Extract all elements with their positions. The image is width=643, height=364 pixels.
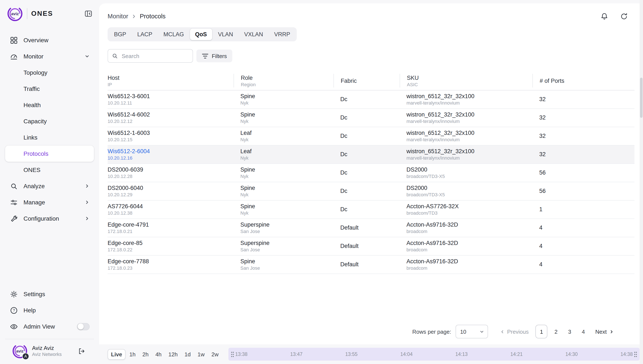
sku: Accton-AS7726-32X (406, 203, 532, 210)
sku: wistron_6512_32r_32x100 (406, 130, 532, 136)
sidebar-item-configuration[interactable]: Configuration (5, 210, 94, 226)
timeline-end-handle[interactable] (633, 351, 637, 358)
table-row-selected[interactable]: Wis6512-2-600410.20.12.16 LeafNyk Dc wis… (108, 146, 634, 164)
sidebar-item-links[interactable]: Links (5, 129, 94, 146)
sku-cell: Accton-As9716-32Dbroadcom (400, 240, 532, 252)
table-row[interactable]: Wis6512-1-600310.20.12.15 LeafNyk Dc wis… (108, 127, 634, 146)
range-button-4h[interactable]: 4h (152, 349, 165, 360)
region: Nyk (240, 156, 333, 161)
host-ip: 10.20.12.15 (108, 137, 234, 142)
next-page-button[interactable]: Next (595, 328, 614, 335)
tab-bgp[interactable]: BGP (109, 28, 131, 40)
logout-button[interactable] (76, 346, 87, 356)
table-row[interactable]: Edge-core-7788172.18.0.23 SpineSan Jose … (108, 256, 634, 274)
tab-vlan[interactable]: VLAN (213, 28, 238, 40)
sidebar-item-manage[interactable]: Manage (5, 194, 94, 210)
sidebar-item-analyze[interactable]: Analyze (5, 178, 94, 194)
search-input[interactable] (121, 52, 189, 60)
page-button-2[interactable]: 2 (551, 325, 561, 338)
tab-qos[interactable]: QoS (190, 28, 212, 40)
fabric: Dc (340, 206, 400, 213)
table-row[interactable]: DS2000-603910.20.12.28 SpineNyk Dc DS200… (108, 164, 634, 182)
sidebar-header: aviz ONES (0, 0, 99, 26)
timeline-start-handle[interactable] (231, 351, 235, 358)
sidebar-item-settings[interactable]: Settings (5, 286, 94, 302)
tab-mclag[interactable]: MCLAG (158, 28, 189, 40)
notifications-button[interactable] (599, 12, 609, 21)
table-header: Host IP Role Region Fabric SKU ASIC (108, 74, 634, 90)
collapse-sidebar-icon (85, 10, 92, 18)
fabric-cell: Dc (333, 206, 400, 213)
fabric-cell: Dc (333, 151, 400, 158)
page-button-1[interactable]: 1 (536, 325, 547, 338)
sidebar-item-capacity[interactable]: Capacity (5, 113, 94, 129)
tab-vrrp[interactable]: VRRP (269, 28, 295, 40)
sidebar-item-health[interactable]: Health (5, 97, 94, 113)
range-button-1w[interactable]: 1w (195, 349, 208, 360)
host-cell: Edge-core-7788172.18.0.23 (108, 258, 234, 271)
fabric: Dc (340, 96, 400, 103)
range-button-2h[interactable]: 2h (139, 349, 152, 360)
app-window: aviz ONES (0, 0, 643, 364)
scrollbar-thumb[interactable] (640, 78, 642, 118)
sidebar-item-ones[interactable]: ONES (5, 162, 94, 178)
drag-grip-icon (231, 351, 235, 358)
sidebar-item-topology[interactable]: Topology (5, 64, 94, 81)
previous-page-button[interactable]: Previous (500, 328, 528, 335)
sidebar-item-protocols[interactable]: Protocols (5, 146, 94, 162)
sidebar-item-overview[interactable]: Overview (5, 32, 94, 48)
scrollbar[interactable] (639, 0, 643, 364)
sidebar-item-label: Monitor (24, 53, 43, 60)
host-name-link[interactable]: Wis6512-2-6004 (108, 148, 234, 155)
pagination: Rows per page: 10 Previous 1 2 3 (108, 320, 634, 344)
range-button-2w[interactable]: 2w (208, 349, 221, 360)
sidebar-item-label: Overview (24, 37, 49, 44)
table-toolbar: Filters (108, 49, 634, 63)
table-row[interactable]: Edge-core-4791172.18.0.21 SuperspineSan … (108, 219, 634, 237)
refresh-icon (620, 12, 628, 20)
admin-view-toggle[interactable] (77, 323, 90, 330)
sidebar-item-monitor[interactable]: Monitor (5, 48, 94, 64)
timeline-slider[interactable]: 13:38 13:47 13:55 14:04 14:13 14:21 14:3… (228, 348, 639, 360)
table-row[interactable]: AS7726-604410.20.12.38 SpineNyk Dc Accto… (108, 200, 634, 219)
breadcrumb-monitor[interactable]: Monitor (108, 13, 128, 20)
asic: marvell-teralynx/innovium (406, 100, 532, 106)
filters-button[interactable]: Filters (196, 50, 233, 62)
rows-per-page-select[interactable]: 10 (455, 325, 488, 338)
role: Leaf (240, 148, 333, 155)
range-button-1d[interactable]: 1d (182, 349, 194, 360)
table-row[interactable]: Wis6512-3-600110.20.12.11 SpineNyk Dc wi… (108, 90, 634, 109)
range-button-12h[interactable]: 12h (166, 349, 181, 360)
host-ip: 172.18.0.22 (108, 247, 234, 252)
column-header-fabric: Fabric (333, 74, 400, 88)
asic: broadcom (406, 229, 532, 234)
configuration-wrench-icon (10, 214, 18, 223)
range-button-live[interactable]: Live (108, 349, 126, 360)
fabric-cell: Dc (333, 114, 400, 121)
collapse-sidebar-button[interactable] (83, 8, 94, 19)
range-button-1h[interactable]: 1h (126, 349, 139, 360)
search-box[interactable] (108, 49, 193, 63)
page-button-4[interactable]: 4 (578, 325, 588, 338)
sidebar-item-help[interactable]: ? Help (5, 302, 94, 318)
breadcrumb: Monitor Protocols (108, 13, 166, 20)
user-profile[interactable]: aviz A Aviz Aviz Aviz Networks (5, 339, 94, 364)
asic: marvell-teralynx/innovium (406, 137, 532, 142)
sku-cell: Accton-As9716-32Dbroadcom (400, 258, 532, 271)
sidebar-item-admin-view: Admin View (5, 318, 94, 334)
tab-vxlan[interactable]: VXLAN (239, 28, 268, 40)
refresh-button[interactable] (619, 12, 628, 21)
tab-lacp[interactable]: LACP (132, 28, 158, 40)
region: Nyk (240, 192, 333, 198)
host-ip: 10.20.12.28 (108, 174, 234, 179)
sidebar-nav: Overview Monitor Topol (0, 26, 99, 226)
table-row[interactable]: Edge-core-85172.18.0.22 SuperspineSan Jo… (108, 237, 634, 256)
table-row[interactable]: DS2000-604010.20.12.29 SpineNyk Dc DS200… (108, 182, 634, 200)
sidebar-item-traffic[interactable]: Traffic (5, 81, 94, 97)
column-title: SKU (407, 74, 532, 81)
sidebar-item-label: Protocols (24, 150, 49, 157)
timeline-timestamp: 13:55 (345, 352, 358, 357)
page-button-3[interactable]: 3 (565, 325, 575, 338)
table-row[interactable]: Wis6512-4-600210.20.12.12 SpineNyk Dc wi… (108, 109, 634, 127)
host-ip-link[interactable]: 10.20.12.16 (108, 156, 234, 161)
